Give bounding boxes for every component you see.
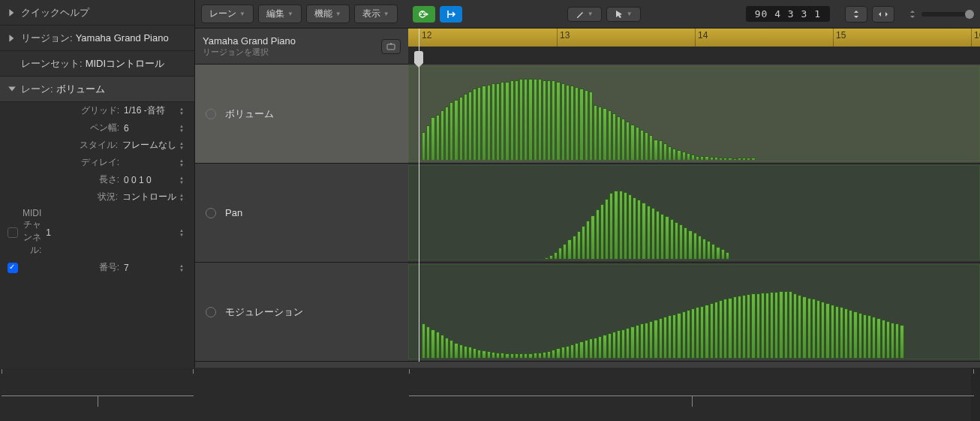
step-bar[interactable] [501,353,504,358]
prop-status[interactable]: 状況: コントロール ▲▼ [0,188,194,206]
step-bar[interactable] [591,215,594,259]
step-bar[interactable] [677,313,681,358]
step-bar[interactable] [723,299,727,358]
step-bar[interactable] [659,318,663,358]
penwidth-value[interactable]: 6 [124,123,176,134]
step-bar[interactable] [719,300,723,358]
step-bar[interactable] [649,135,653,160]
step-bar[interactable] [617,116,621,160]
step-bar[interactable] [431,117,434,160]
quick-help-row[interactable]: クイックヘルプ [0,0,194,26]
step-bar[interactable] [579,341,583,358]
step-bar[interactable] [858,313,862,358]
step-bar[interactable] [630,125,634,160]
step-bar[interactable] [668,315,672,358]
step-bar[interactable] [534,79,537,160]
step-bar[interactable] [585,340,588,358]
status-value[interactable]: コントロール [122,191,176,203]
step-bar[interactable] [765,293,769,358]
step-bar[interactable] [853,311,857,358]
step-bar[interactable] [665,216,669,259]
step-bar[interactable] [719,158,723,160]
step-bar[interactable] [510,80,514,160]
step-bar[interactable] [422,132,425,160]
step-bar[interactable] [807,298,811,358]
step-bar[interactable] [436,332,440,358]
step-bar[interactable] [436,115,440,160]
step-bar[interactable] [705,305,708,358]
prop-length[interactable]: 長さ: 0 0 1 0 ▲▼ [0,171,194,188]
step-bar[interactable] [566,346,570,358]
step-bar[interactable] [663,143,667,160]
step-bar[interactable] [487,351,491,358]
step-bar[interactable] [454,343,458,358]
step-bar[interactable] [445,107,449,160]
step-bar[interactable] [464,94,467,160]
slider-knob[interactable] [965,10,974,19]
lane-modulation[interactable] [408,263,980,362]
step-bar[interactable] [575,343,579,358]
step-bar[interactable] [449,340,453,358]
step-bar[interactable] [895,323,899,358]
step-bar[interactable] [554,252,558,259]
step-bar[interactable] [552,350,555,358]
stepper-icon[interactable]: ▲▼ [179,175,187,185]
lane-header-modulation[interactable]: モジュレーション [195,263,408,362]
step-bar[interactable] [585,90,588,160]
step-bar[interactable] [612,113,616,160]
lane-select-radio[interactable] [206,307,216,317]
step-bar[interactable] [605,199,609,259]
lane-volume[interactable] [408,65,980,164]
step-bar[interactable] [679,224,683,259]
step-bar[interactable] [784,291,788,358]
step-bar[interactable] [742,158,746,160]
step-bar[interactable] [431,329,434,358]
step-bar[interactable] [707,241,711,259]
ruler[interactable]: 1213141516 [408,29,980,65]
step-bar[interactable] [538,79,542,160]
step-bar[interactable] [867,315,871,358]
view-menu[interactable]: 表示▼ [354,5,398,23]
step-bar[interactable] [515,80,519,160]
step-bar[interactable] [821,302,825,358]
step-bar[interactable] [459,97,463,160]
step-bar[interactable] [793,293,797,358]
step-bar[interactable] [751,158,755,160]
step-bar[interactable] [849,310,852,358]
step-bar[interactable] [487,85,491,160]
step-bar[interactable] [831,305,834,358]
horizontal-autozoom-button[interactable] [872,6,894,23]
step-bar[interactable] [563,244,567,259]
step-bar[interactable] [774,292,778,358]
step-bar[interactable] [630,326,634,358]
step-bar[interactable] [728,298,732,358]
tool-pointer[interactable]: ▼ [606,7,641,22]
step-bar[interactable] [473,348,476,358]
step-bar[interactable] [589,92,593,160]
step-bar[interactable] [700,306,704,358]
step-bar[interactable] [698,236,702,259]
step-bar[interactable] [573,236,576,259]
step-bar[interactable] [691,308,695,358]
lane-menu[interactable]: レーン▼ [201,5,254,23]
stepper-icon[interactable]: ▲▼ [179,106,187,116]
playhead-handle[interactable] [414,51,423,63]
step-bar[interactable] [482,86,485,160]
stepper-icon[interactable]: ▲▼ [179,192,187,203]
step-bar[interactable] [770,292,774,358]
step-bar[interactable] [742,295,746,358]
step-bar[interactable] [812,299,816,358]
step-bar[interactable] [728,158,732,160]
lane-header-pan[interactable]: Pan [195,164,408,263]
capture-button[interactable] [381,39,401,54]
stepper-icon[interactable]: ▲▼ [179,227,187,238]
step-bar[interactable] [621,119,625,160]
step-bar[interactable] [543,80,546,160]
step-bar[interactable] [614,191,618,259]
step-bar[interactable] [696,307,699,358]
step-bar[interactable] [543,352,546,358]
step-bar[interactable] [534,353,537,358]
step-bar[interactable] [608,110,612,160]
step-bar[interactable] [705,156,708,160]
stepper-icon[interactable]: ▲▼ [179,263,187,273]
